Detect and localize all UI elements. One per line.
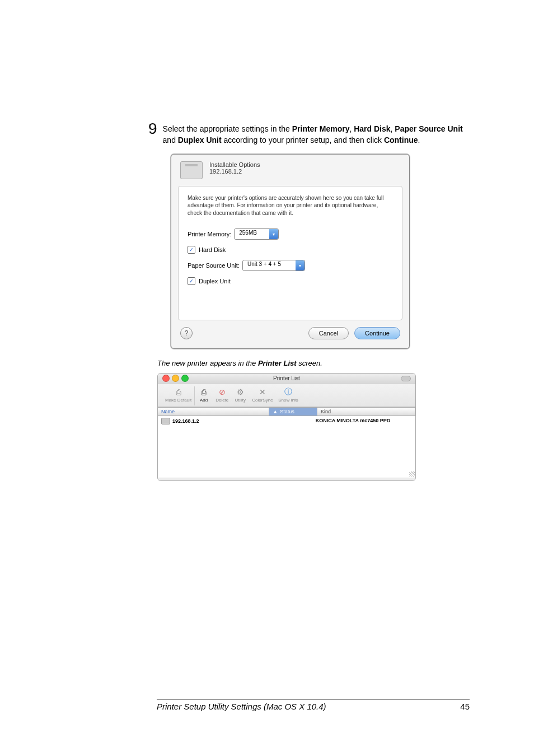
window-title: Printer List — [158, 375, 415, 381]
utility-button[interactable]: ⚙ Utility — [231, 386, 249, 405]
toolbar-toggle-icon[interactable] — [401, 376, 411, 381]
paper-source-unit-select[interactable]: Unit 3 + 4 + 5 ▾ — [243, 260, 305, 270]
cancel-button[interactable]: Cancel — [308, 327, 349, 339]
hard-disk-checkbox[interactable]: ✓ — [188, 246, 195, 254]
column-header-status[interactable]: ▲ Status — [269, 408, 317, 416]
paper-source-unit-label: Paper Source Unit: — [188, 262, 240, 269]
show-info-button[interactable]: ⓘ Show Info — [275, 386, 301, 405]
continue-button[interactable]: Continue — [354, 327, 400, 339]
info-icon: ⓘ — [282, 386, 294, 398]
delete-icon: ⊘ — [216, 386, 228, 398]
dialog-title: Installable Options — [209, 161, 260, 168]
resize-handle[interactable] — [409, 472, 415, 477]
step-number: 9 — [148, 121, 157, 137]
step-instruction: Select the appropriate settings in the P… — [163, 123, 470, 146]
column-header-kind[interactable]: Kind — [317, 408, 415, 416]
duplex-unit-label: Duplex Unit — [199, 278, 231, 284]
table-row[interactable]: 192.168.1.2 KONICA MINOLTA mc7450 PPD — [158, 416, 415, 426]
page-number: 45 — [460, 702, 470, 711]
help-button[interactable]: ? — [180, 327, 193, 339]
printer-memory-select[interactable]: 256MB ▾ — [235, 229, 278, 239]
chevron-updown-icon: ▾ — [269, 229, 278, 239]
printer-icon — [161, 418, 170, 424]
printer-memory-label: Printer Memory: — [188, 231, 231, 237]
colorsync-icon: ✕ — [256, 386, 269, 398]
printer-icon — [180, 161, 203, 179]
add-button[interactable]: ⎙ Add — [195, 386, 213, 405]
printer-icon: ⎙ — [172, 386, 185, 398]
dialog-subtitle: 192.168.1.2 — [209, 168, 260, 175]
colorsync-button[interactable]: ✕ ColorSync — [249, 386, 275, 405]
column-header-name[interactable]: Name — [158, 408, 269, 416]
installable-options-dialog: Installable Options 192.168.1.2 Make sur… — [171, 154, 410, 349]
delete-button[interactable]: ⊘ Delete — [213, 386, 231, 405]
add-printer-icon: ⎙ — [198, 386, 210, 398]
caption-text: The new printer appears in the Printer L… — [157, 359, 470, 367]
hard-disk-label: Hard Disk — [199, 246, 226, 253]
info-text: Make sure your printer's options are acc… — [188, 194, 393, 217]
printer-list-window: Printer List ⎙ Make Default ⎙ Add ⊘ Dele… — [157, 373, 416, 481]
sort-arrow-icon: ▲ — [273, 409, 278, 414]
footer-title: Printer Setup Utility Settings (Mac OS X… — [157, 702, 326, 711]
make-default-button[interactable]: ⎙ Make Default — [162, 386, 194, 405]
duplex-unit-checkbox[interactable]: ✓ — [188, 277, 195, 285]
gear-icon: ⚙ — [234, 386, 246, 398]
chevron-updown-icon: ▾ — [296, 260, 305, 270]
